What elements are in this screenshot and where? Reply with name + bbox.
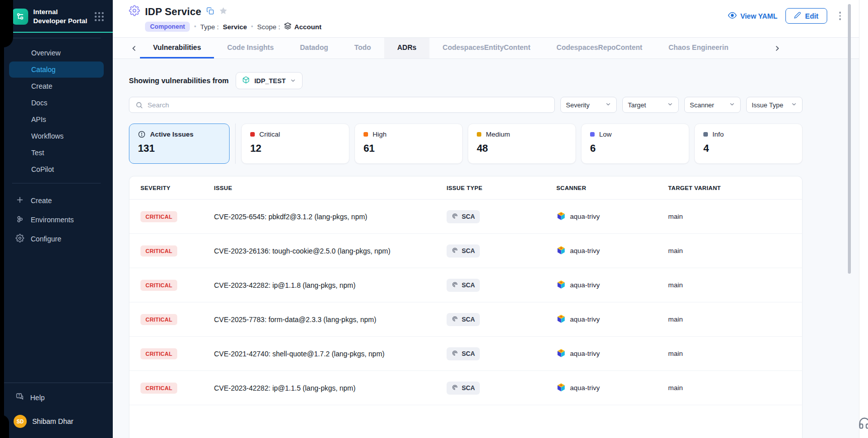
sidebar-action-create[interactable]: Create bbox=[9, 192, 104, 210]
sidebar-action-label: Create bbox=[31, 197, 52, 205]
sca-fingerprint-icon bbox=[452, 247, 458, 255]
trivy-cube-icon bbox=[556, 348, 566, 359]
table-row[interactable]: CRITICALCVE-2023-26136: tough-cookie@2.5… bbox=[129, 234, 802, 268]
table-row[interactable]: CRITICALCVE-2025-7783: form-data@2.3.3 (… bbox=[129, 302, 802, 337]
sidebar-item-overview[interactable]: Overview bbox=[9, 45, 104, 61]
trivy-cube-icon bbox=[556, 383, 566, 394]
sidebar-spacer bbox=[0, 251, 113, 383]
stat-card-info[interactable]: Info4 bbox=[694, 123, 803, 164]
scope-value: Account bbox=[294, 23, 321, 31]
tab-code-insights[interactable]: Code Insights bbox=[214, 38, 287, 58]
stats-divider bbox=[235, 123, 236, 164]
sidebar-item-test[interactable]: Test bbox=[9, 145, 104, 161]
issue-title: CVE-2025-6545: pbkdf2@3.1.2 (lang-pkgs, … bbox=[214, 213, 447, 221]
filter-issue-type[interactable]: Issue Type bbox=[746, 97, 803, 113]
active-issues-card[interactable]: Active Issues 131 bbox=[129, 123, 230, 164]
column-header-severity: SEVERITY bbox=[140, 185, 214, 191]
user-menu[interactable]: SD Shibam Dhar bbox=[0, 408, 113, 438]
filter-label: Severity bbox=[566, 101, 590, 109]
tab-datadog[interactable]: Datadog bbox=[287, 38, 341, 58]
table-row[interactable]: CRITICALCVE-2025-6545: pbkdf2@3.1.2 (lan… bbox=[129, 200, 802, 234]
table-row[interactable]: CRITICALCVE-2021-42740: shell-quote@1.7.… bbox=[129, 337, 802, 371]
sidebar-action-environments[interactable]: Environments bbox=[9, 211, 104, 229]
tabs-scroll-left-icon[interactable] bbox=[128, 44, 140, 52]
star-icon[interactable] bbox=[219, 7, 228, 17]
sidebar-action-configure[interactable]: Configure bbox=[9, 230, 104, 248]
sidebar-item-help[interactable]: ? Help bbox=[0, 383, 113, 408]
copy-icon[interactable] bbox=[206, 7, 214, 17]
issue-type-chip: SCA bbox=[447, 279, 480, 292]
issue-title: CVE-2023-42282: ip@1.1.5 (lang-pkgs, npm… bbox=[214, 384, 447, 392]
filter-label: Issue Type bbox=[752, 101, 783, 109]
entity-gear-icon bbox=[129, 5, 140, 18]
filter-label: Target bbox=[628, 101, 646, 109]
tabs-scroll-right-icon[interactable] bbox=[771, 44, 783, 52]
trivy-cube-icon bbox=[556, 280, 566, 291]
view-yaml-button[interactable]: View YAML bbox=[728, 11, 777, 21]
stat-card-medium[interactable]: Medium48 bbox=[468, 123, 576, 164]
filter-scanner[interactable]: Scanner bbox=[684, 97, 741, 113]
sca-fingerprint-icon bbox=[452, 281, 458, 289]
severity-badge: CRITICAL bbox=[140, 211, 177, 222]
stat-card-value: 48 bbox=[477, 143, 567, 154]
stat-card-value: 6 bbox=[590, 143, 680, 154]
column-header-scanner: SCANNER bbox=[556, 185, 668, 191]
sidebar-nav: OverviewCatalogCreateDocsAPIsWorkflowsTe… bbox=[0, 43, 113, 178]
sidebar-item-apis[interactable]: APIs bbox=[9, 111, 104, 128]
tab-chaos-engineerin[interactable]: Chaos Engineerin bbox=[656, 38, 742, 58]
filter-target[interactable]: Target bbox=[622, 97, 679, 113]
chevron-down-icon bbox=[605, 101, 611, 109]
scanner-name: aqua-trivy bbox=[570, 213, 600, 220]
table-row[interactable]: CRITICALCVE-2023-42282: ip@1.1.5 (lang-p… bbox=[129, 371, 802, 405]
sidebar-item-catalog[interactable]: Catalog bbox=[9, 61, 104, 78]
target-variant: main bbox=[668, 316, 802, 323]
target-variant: main bbox=[668, 384, 802, 392]
column-header-target-variant: TARGET VARIANT bbox=[668, 185, 802, 191]
left-edge-strip bbox=[0, 0, 4, 438]
svg-text:?: ? bbox=[18, 394, 20, 397]
issue-type-chip: SCA bbox=[447, 244, 480, 258]
tab-codespacesentitycontent[interactable]: CodespacesEntityContent bbox=[429, 38, 543, 58]
source-selector-value: IDP_TEST bbox=[254, 77, 285, 85]
sidebar-divider bbox=[12, 38, 101, 38]
issue-type-label: SCA bbox=[462, 350, 475, 357]
headset-support-icon[interactable] bbox=[857, 416, 868, 432]
sidebar-action-label: Configure bbox=[31, 235, 61, 243]
stat-card-critical[interactable]: Critical12 bbox=[241, 123, 349, 164]
sidebar: Internal Developer Portal OverviewCatalo… bbox=[0, 0, 113, 438]
sidebar-item-docs[interactable]: Docs bbox=[9, 95, 104, 111]
source-selector[interactable]: IDP_TEST bbox=[236, 72, 303, 89]
gear-icon bbox=[16, 234, 24, 244]
issue-type-chip: SCA bbox=[447, 347, 480, 360]
scanner-name: aqua-trivy bbox=[570, 316, 600, 323]
kebab-menu-icon[interactable] bbox=[835, 10, 845, 22]
pencil-icon bbox=[794, 12, 801, 20]
edit-button[interactable]: Edit bbox=[785, 8, 827, 24]
chevron-down-icon bbox=[729, 101, 735, 109]
alert-circle-icon bbox=[138, 131, 146, 138]
search-box bbox=[129, 97, 555, 113]
search-input[interactable] bbox=[148, 101, 548, 109]
sidebar-item-workflows[interactable]: Workflows bbox=[9, 128, 104, 144]
tab-adrs[interactable]: ADRs bbox=[384, 38, 429, 58]
view-yaml-label: View YAML bbox=[740, 12, 777, 20]
tab-todo[interactable]: Todo bbox=[341, 38, 384, 58]
issue-type-chip: SCA bbox=[447, 210, 480, 223]
sidebar-item-create[interactable]: Create bbox=[9, 78, 104, 94]
tab-vulnerabilities[interactable]: Vulnerabilities bbox=[140, 38, 214, 58]
apps-grid-icon[interactable] bbox=[93, 10, 106, 23]
table-row[interactable]: CRITICALCVE-2023-42282: ip@1.1.8 (lang-p… bbox=[129, 268, 802, 302]
tab-codespacesrepocontent[interactable]: CodespacesRepoContent bbox=[543, 38, 655, 58]
search-icon bbox=[135, 101, 143, 109]
meta-separator: • bbox=[194, 23, 196, 30]
kind-badge: Component bbox=[145, 22, 190, 32]
scrollbar-thumb[interactable] bbox=[848, 4, 851, 274]
severity-badge: CRITICAL bbox=[140, 383, 177, 394]
trivy-cube-icon bbox=[556, 211, 566, 222]
target-variant: main bbox=[668, 350, 802, 357]
stat-card-high[interactable]: High61 bbox=[354, 123, 463, 164]
filter-severity[interactable]: Severity bbox=[560, 97, 617, 113]
vulnerabilities-table: SEVERITYISSUEISSUE TYPESCANNERTARGET VAR… bbox=[129, 176, 803, 438]
stat-card-low[interactable]: Low6 bbox=[581, 123, 689, 164]
sidebar-item-copilot[interactable]: CoPilot bbox=[9, 161, 104, 177]
